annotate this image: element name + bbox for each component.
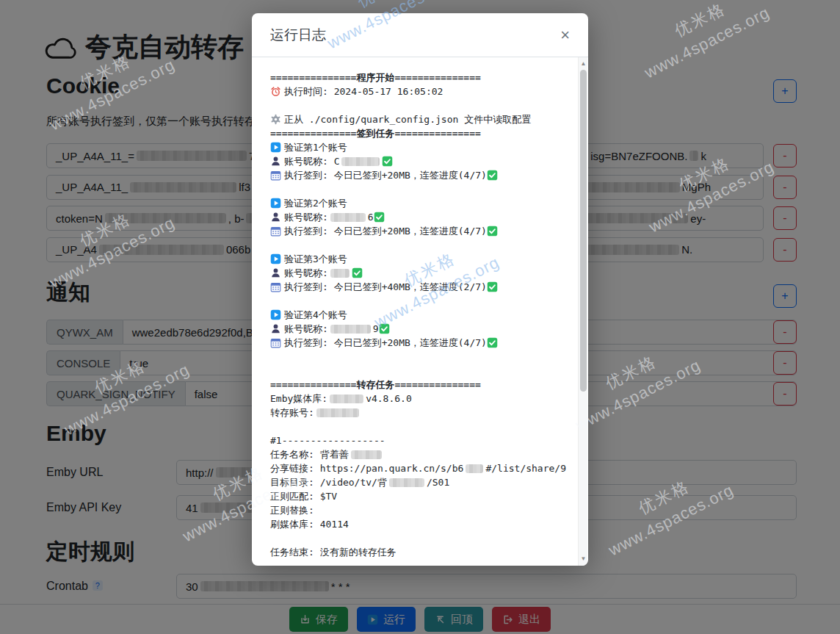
log-line <box>270 419 566 433</box>
close-icon[interactable]: × <box>560 27 570 43</box>
log-line: 执行签到: 今日已签到+20MB，连签进度(4/7) <box>270 336 566 350</box>
calendar-icon <box>270 226 281 237</box>
text-segment: 6 <box>368 210 374 224</box>
text-segment: 正则匹配: $TV <box>270 489 337 503</box>
text-segment: 执行签到: 今日已签到+20MB，连签进度(4/7) <box>284 224 487 238</box>
check-icon <box>379 323 390 334</box>
log-line: ===============签到任务=============== <box>270 126 566 140</box>
redacted-segment <box>466 464 483 473</box>
log-line: 任务名称: 背着善 <box>270 447 566 461</box>
log-line: 执行签到: 今日已签到+20MB，连签进度(4/7) <box>270 168 566 182</box>
text-segment: 执行签到: 今日已签到+20MB，连签进度(4/7) <box>284 336 487 350</box>
text-segment: 任务结束: 没有新的转存任务 <box>270 545 397 559</box>
redacted-segment <box>341 157 380 166</box>
redacted-segment <box>330 325 371 334</box>
text-segment: 转存账号: <box>270 406 314 419</box>
redacted-segment <box>389 478 424 487</box>
text-segment: 账号昵称: C <box>284 154 339 168</box>
log-line <box>270 350 566 364</box>
log-line: 转存账号: <box>270 406 566 419</box>
calendar-icon <box>270 281 281 292</box>
log-line: 正则匹配: $TV <box>270 489 566 503</box>
text-segment: ===============转存任务=============== <box>270 378 481 392</box>
text-segment: ===============签到任务=============== <box>270 126 481 140</box>
text-segment: #/list/share/9 <box>485 461 566 475</box>
redacted-segment <box>316 408 359 417</box>
log-line <box>270 364 566 378</box>
modal-scrollbar[interactable]: ▲ ▼ <box>578 57 587 566</box>
log-line: 执行时间: 2024-05-17 16:05:02 <box>270 84 566 98</box>
check-icon <box>487 337 498 348</box>
scrollbar-thumb[interactable] <box>580 70 587 392</box>
text-segment: 正从 ./config/quark_config.json 文件中读取配置 <box>284 112 531 126</box>
text-segment: 执行签到: 今日已签到+40MB，连签进度(2/7) <box>284 280 487 294</box>
user-icon <box>270 267 281 278</box>
play-icon <box>270 309 281 320</box>
log-line <box>270 98 566 112</box>
log-line <box>270 238 566 252</box>
text-segment: 验证第2个账号 <box>284 196 347 210</box>
text-segment: 验证第1个账号 <box>284 140 347 154</box>
log-line: 执行签到: 今日已签到+20MB，连签进度(4/7) <box>270 224 566 238</box>
modal-body: ===============程序开始=============== 执行时间:… <box>252 57 588 566</box>
scroll-down-icon[interactable]: ▼ <box>579 554 588 564</box>
check-icon <box>487 226 498 237</box>
text-segment: Emby媒体库: <box>270 392 327 406</box>
log-line: ===============程序开始=============== <box>270 71 566 84</box>
redacted-segment <box>330 213 366 222</box>
check-icon <box>374 212 385 223</box>
text-segment: 验证第3个账号 <box>284 252 347 266</box>
log-line: 刷媒体库: 40114 <box>270 517 566 531</box>
log-line: 正则替换: <box>270 503 566 517</box>
calendar-icon <box>270 337 281 348</box>
check-icon <box>382 156 393 167</box>
check-icon <box>487 281 498 292</box>
log-line: 正从 ./config/quark_config.json 文件中读取配置 <box>270 112 566 126</box>
log-line: 目标目录: /video/tv/背/S01 <box>270 475 566 489</box>
text-segment: v4.8.6.0 <box>366 392 412 406</box>
text-segment: 执行时间: 2024-05-17 16:05:02 <box>284 84 443 98</box>
user-icon <box>270 156 281 167</box>
text-segment: 分享链接: https://pan.quark.cn/s/b6 <box>270 461 463 475</box>
check-icon <box>352 267 363 278</box>
text-segment: 任务名称: 背着善 <box>270 447 349 461</box>
play-icon <box>270 198 281 209</box>
modal-title: 运行日志 <box>270 26 326 45</box>
text-segment: 正则替换: <box>270 503 314 517</box>
scroll-up-icon[interactable]: ▲ <box>579 59 588 69</box>
text-segment: 账号昵称: <box>284 210 328 224</box>
log-line: #1------------------ <box>270 433 566 447</box>
text-segment: 执行签到: 今日已签到+20MB，连签进度(4/7) <box>284 168 487 182</box>
log-line: 账号昵称: 9 <box>270 322 566 336</box>
text-segment: #1------------------ <box>270 433 385 447</box>
alarm-icon <box>270 86 281 97</box>
log-line: 验证第2个账号 <box>270 196 566 210</box>
run-log-output[interactable]: ===============程序开始=============== 执行时间:… <box>270 71 566 559</box>
text-segment: 目标目录: /video/tv/背 <box>270 475 387 489</box>
play-icon <box>270 253 281 264</box>
log-line: 验证第3个账号 <box>270 252 566 266</box>
redacted-segment <box>330 269 350 278</box>
log-line <box>270 531 566 545</box>
text-segment: 刷媒体库: 40114 <box>270 517 349 531</box>
log-line: 验证第4个账号 <box>270 308 566 322</box>
gear-icon <box>270 114 281 125</box>
log-line: 任务结束: 没有新的转存任务 <box>270 545 566 559</box>
log-line: 账号昵称: <box>270 266 566 280</box>
log-line: 分享链接: https://pan.quark.cn/s/b6#/list/sh… <box>270 461 566 475</box>
log-line <box>270 294 566 308</box>
redacted-segment <box>330 395 363 403</box>
text-segment: /S01 <box>427 475 449 489</box>
log-line: 验证第1个账号 <box>270 140 566 154</box>
user-icon <box>270 212 281 223</box>
check-icon <box>487 170 498 181</box>
log-line: 账号昵称: C <box>270 154 566 168</box>
log-line <box>270 182 566 196</box>
text-segment: 账号昵称: <box>284 266 328 280</box>
user-icon <box>270 323 281 334</box>
redacted-segment <box>351 450 382 459</box>
play-icon <box>270 142 281 153</box>
log-line: 执行签到: 今日已签到+40MB，连签进度(2/7) <box>270 280 566 294</box>
text-segment: ===============程序开始=============== <box>270 71 481 84</box>
text-segment: 账号昵称: <box>284 322 328 336</box>
